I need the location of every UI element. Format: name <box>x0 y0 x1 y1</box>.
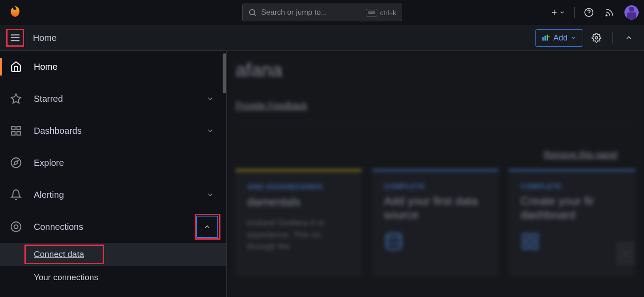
svg-line-1 <box>254 14 256 16</box>
welcome-title: afana <box>236 60 635 81</box>
chevron-right-icon <box>623 251 628 256</box>
svg-rect-11 <box>544 36 546 40</box>
breadcrumb-home[interactable]: Home <box>33 33 56 43</box>
compass-icon <box>10 157 22 169</box>
svg-point-6 <box>606 15 607 16</box>
card-title: Add your first data source <box>384 194 487 222</box>
hamburger-icon <box>9 32 21 44</box>
chevron-down-icon[interactable] <box>204 189 216 201</box>
help-icon <box>584 8 594 17</box>
global-search[interactable]: Search or jump to... ⌨ ctrl+k <box>242 4 402 21</box>
onboarding-card[interactable]: COMPLETE Add your first data source <box>372 169 499 276</box>
bell-icon <box>10 189 22 201</box>
sidebar-item-label: Connections <box>34 222 83 232</box>
svg-point-24 <box>11 222 21 232</box>
svg-rect-29 <box>523 243 529 249</box>
gear-icon <box>592 33 601 43</box>
svg-rect-18 <box>12 126 15 130</box>
grid-icon <box>520 232 624 253</box>
card-title: Create your fir dashboard <box>520 194 624 222</box>
connections-icon <box>10 221 22 233</box>
breadcrumb-bar: Home Add <box>0 25 644 51</box>
svg-rect-30 <box>532 243 538 249</box>
svg-rect-14 <box>548 36 549 37</box>
svg-rect-19 <box>17 126 20 130</box>
svg-point-22 <box>11 158 21 168</box>
sidebar-item-label: Starred <box>34 94 63 104</box>
user-avatar[interactable] <box>624 5 639 20</box>
topbar: Search or jump to... ⌨ ctrl+k <box>0 0 644 25</box>
divider <box>612 32 613 44</box>
svg-rect-21 <box>17 132 20 135</box>
star-icon <box>10 92 22 105</box>
sidebar-item-starred[interactable]: Starred <box>0 83 226 115</box>
chevron-down-icon[interactable] <box>204 92 216 105</box>
divider <box>574 7 575 18</box>
svg-rect-12 <box>547 35 548 41</box>
svg-rect-10 <box>542 37 544 40</box>
search-placeholder: Search or jump to... <box>261 8 362 17</box>
plus-icon <box>550 8 558 16</box>
svg-marker-17 <box>11 94 21 103</box>
svg-rect-15 <box>549 36 549 37</box>
sidebar-item-label: Explore <box>34 158 64 168</box>
main-content: afana Provide Feedback Remove this panel… <box>227 51 644 297</box>
add-panel-button[interactable]: Add <box>535 29 583 47</box>
sidebar-item-alerting[interactable]: Alerting <box>0 179 226 211</box>
sidebar-item-connections[interactable]: Connections <box>0 211 226 243</box>
card-tag: COMPLETE <box>384 183 487 191</box>
chevron-up-icon <box>203 223 211 231</box>
panel-icon <box>542 34 551 41</box>
svg-point-25 <box>14 225 18 229</box>
svg-rect-28 <box>532 234 538 240</box>
help-button[interactable] <box>580 4 598 21</box>
chevron-down-icon <box>570 35 576 41</box>
grafana-logo[interactable] <box>5 3 25 22</box>
chevron-up-icon <box>624 33 633 42</box>
svg-marker-23 <box>14 161 18 165</box>
dashboard-settings-button[interactable] <box>588 29 605 47</box>
svg-rect-20 <box>12 132 15 135</box>
next-card-button[interactable] <box>616 242 635 265</box>
nav-sidebar: Home Starred Dashboards Explore Alerting <box>0 51 227 297</box>
breadcrumb-actions: Add <box>535 29 638 47</box>
svg-point-0 <box>249 9 255 15</box>
sidebar-subitem-your-connections[interactable]: Your connections <box>0 266 226 289</box>
divider <box>236 122 635 123</box>
sidebar-item-label: Home <box>34 62 57 72</box>
sidebar-item-dashboards[interactable]: Dashboards <box>0 115 226 147</box>
card-description: erstand Grafana if or experience. This o… <box>247 217 350 253</box>
topbar-actions <box>547 4 639 21</box>
home-icon <box>10 60 22 73</box>
chevron-down-icon[interactable] <box>204 124 216 137</box>
sidebar-subitem-connect-data[interactable]: Connect data <box>0 243 226 266</box>
sidebar-subitem-label: Your connections <box>34 273 98 282</box>
rss-icon <box>604 8 614 17</box>
collapse-button[interactable] <box>620 29 638 47</box>
sidebar-item-home[interactable]: Home <box>0 51 226 83</box>
onboarding-cards: AND DASHBOARDS damentals erstand Grafana… <box>236 169 635 276</box>
sidebar-subitem-label: Connect data <box>34 249 84 259</box>
card-title: damentals <box>247 195 350 209</box>
sidebar-item-label: Alerting <box>34 190 64 200</box>
svg-point-16 <box>595 36 598 39</box>
sidebar-item-label: Dashboards <box>34 126 82 136</box>
svg-rect-27 <box>523 234 529 240</box>
chevron-down-icon <box>559 9 565 16</box>
database-icon <box>384 232 487 253</box>
menu-toggle-button[interactable] <box>6 29 24 47</box>
remove-panel-link[interactable]: Remove this panel <box>544 149 617 159</box>
card-tag: AND DASHBOARDS <box>247 183 350 192</box>
search-icon <box>248 8 257 17</box>
dashboards-icon <box>10 124 22 137</box>
search-shortcut: ⌨ ctrl+k <box>366 9 396 16</box>
sidebar-item-explore[interactable]: Explore <box>0 147 226 179</box>
card-tag: COMPLETE <box>520 183 624 191</box>
keyboard-icon: ⌨ <box>366 9 377 16</box>
rss-button[interactable] <box>600 4 618 21</box>
collapse-connections-button[interactable] <box>196 216 218 238</box>
svg-point-26 <box>386 233 401 238</box>
onboarding-card[interactable]: AND DASHBOARDS damentals erstand Grafana… <box>236 169 362 276</box>
feedback-link[interactable]: Provide Feedback <box>236 100 307 111</box>
new-button[interactable] <box>547 6 569 19</box>
